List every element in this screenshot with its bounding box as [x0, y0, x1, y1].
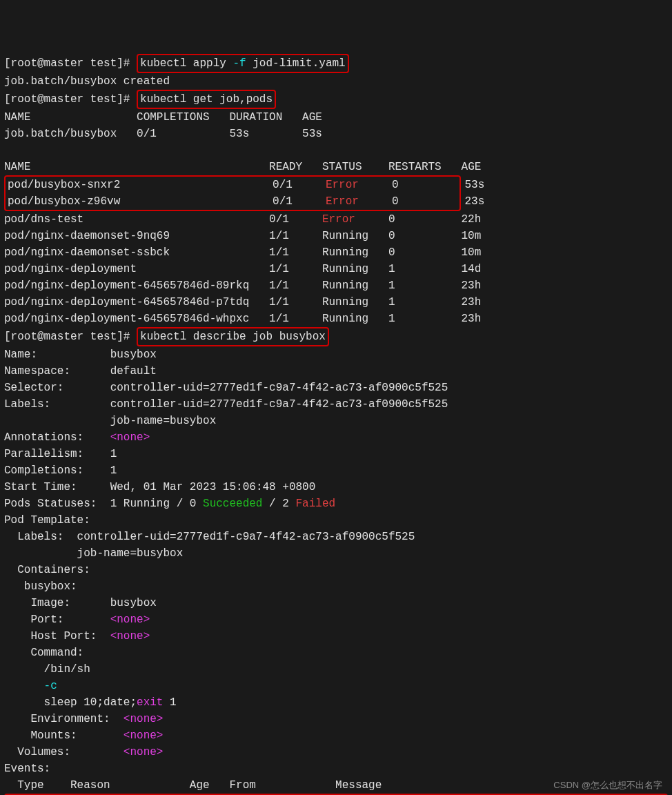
- pods-header: NAME READY STATUS RESTARTS AGE: [4, 161, 481, 173]
- prompt: [root@master test]#: [4, 331, 137, 343]
- pod-row: pod/nginx-daemonset-ssbck 1/1 Running 0 …: [4, 246, 481, 259]
- prompt: [root@master test]#: [4, 57, 137, 70]
- pod-row: pod/nginx-deployment 1/1 Running 1 14d: [4, 263, 481, 275]
- pod-row: pod/nginx-daemonset-9nq69 1/1 Running 0 …: [4, 230, 481, 242]
- container-command: sleep 10;date;exit 1: [4, 696, 177, 709]
- watermark: CSDN @怎么也想不出名字: [553, 778, 662, 792]
- command-describe: kubectl describe job busybox: [137, 327, 329, 346]
- describe-starttime: Start Time: Wed, 01 Mar 2023 15:06:48 +0…: [4, 481, 315, 493]
- describe-selector: Selector: controller-uid=2777ed1f-c9a7-4…: [4, 382, 448, 394]
- pod-row: pod/nginx-deployment-645657846d-89rkq 1/…: [4, 279, 481, 292]
- describe-podtemplate: Pod Template:: [4, 514, 90, 527]
- terminal-output: [root@master test]# kubectl apply -f jod…: [4, 54, 668, 795]
- pod-row: pod/dns-test 0/1 Error 0 22h: [4, 213, 481, 226]
- describe-annotations: Annotations: <none>: [4, 431, 150, 444]
- apply-output: job.batch/busybox created: [4, 75, 170, 88]
- jobs-row: job.batch/busybox 0/1 53s 53s: [4, 128, 322, 140]
- pods-error-box: pod/busybox-snxr2 0/1 Error 0 53s pod/bu…: [4, 175, 461, 211]
- prompt: [root@master test]#: [4, 93, 137, 106]
- command-apply: kubectl apply -f jod-limit.yaml: [137, 54, 349, 73]
- container-env: Environment: <none>: [4, 713, 163, 725]
- describe-labels: Labels: controller-uid=2777ed1f-c9a7-4f4…: [4, 398, 448, 411]
- describe-completions: Completions: 1: [4, 464, 117, 477]
- command-get: kubectl get job,pods: [137, 90, 276, 109]
- describe-podstatuses: Pods Statuses: 1 Running / 0 Succeeded /…: [4, 498, 335, 510]
- pod-row: pod/busybox-z96vw 0/1 Error 0 23s: [8, 195, 484, 208]
- container-port: Port: <none>: [4, 614, 150, 626]
- jobs-header: NAME COMPLETIONS DURATION AGE: [4, 111, 322, 124]
- describe-events: Events:: [4, 763, 50, 775]
- container-image: Image: busybox: [4, 597, 157, 609]
- pod-row: pod/nginx-deployment-645657846d-p7tdq 1/…: [4, 296, 481, 308]
- events-header: Type Reason Age From Message: [17, 779, 382, 792]
- pod-row: pod/nginx-deployment-645657846d-whpxc 1/…: [4, 313, 481, 325]
- container-mounts: Mounts: <none>: [4, 729, 163, 742]
- describe-parallelism: Parallelism: 1: [4, 448, 117, 460]
- describe-name: Name: busybox: [4, 349, 157, 361]
- container-hostport: Host Port: <none>: [4, 630, 150, 642]
- pod-row: pod/busybox-snxr2 0/1 Error 0 53s: [8, 179, 484, 191]
- describe-ns: Namespace: default: [4, 365, 157, 377]
- describe-volumes: Volumes: <none>: [4, 746, 163, 758]
